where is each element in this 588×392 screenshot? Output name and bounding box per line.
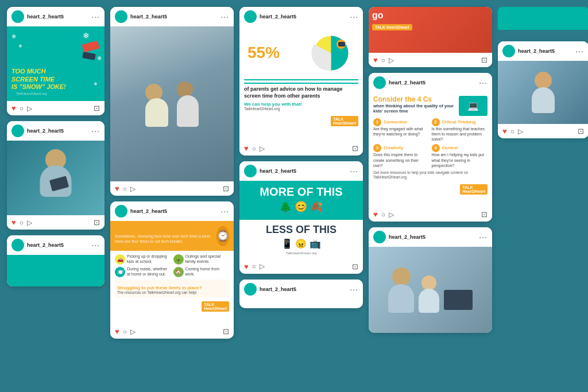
comment-icon-8[interactable]: ○ <box>381 211 385 219</box>
post-card-orange-top: go TALK Heart2Heart ♥ ○ ▷ ⊡ <box>369 7 492 67</box>
avatar-7 <box>244 165 257 177</box>
bookmark-icon-r1[interactable]: ⊡ <box>578 127 584 135</box>
comment-icon-r1[interactable]: ○ <box>510 127 514 135</box>
comment-icon-1[interactable]: ○ <box>20 104 24 112</box>
heart-icon-8[interactable]: ♥ <box>373 210 378 219</box>
post-footer-7: ♥ ○ ▷ ⊡ <box>239 259 363 274</box>
cs-item-3: 3 Creativity Does this inspire them to c… <box>373 144 430 168</box>
heart-icon-5[interactable]: ♥ <box>115 327 119 336</box>
bookmark-icon-6[interactable]: ⊡ <box>352 144 358 153</box>
talk-badge-stats: TALKHeart2Heart <box>331 116 358 126</box>
username-2: heart_2_heart5 <box>27 128 64 134</box>
cs-item-2: 2 Critical Thinking Is this something th… <box>432 118 488 142</box>
send-icon-2[interactable]: ▷ <box>27 219 32 227</box>
comment-icon-5[interactable]: ○ <box>123 328 127 336</box>
heart-icon-7[interactable]: ♥ <box>244 262 249 271</box>
comment-icon-7[interactable]: ○ <box>252 262 256 270</box>
laptop-icon: 💻 <box>459 96 488 116</box>
post-card-techbreak: heart_2_heart5 ··· Tech Break Time! Some… <box>110 201 234 339</box>
tb-icon-2: 🌳 <box>173 254 184 265</box>
bookmark-icon-5[interactable]: ⊡ <box>223 327 229 336</box>
post-footer-r1: ♥ ○ ▷ ⊡ <box>498 124 588 138</box>
dots-icon-6[interactable]: ··· <box>350 12 358 21</box>
username-7: heart_2_heart5 <box>260 168 296 174</box>
girl-photo <box>7 141 105 215</box>
avatar-1 <box>11 10 24 23</box>
username-3: heart_2_heart5 <box>27 242 64 248</box>
post-card-snow: heart_2_heart5 ··· ❄ ❄ ❄ ❄ ❄ TOO MUCH SC… <box>7 7 105 115</box>
stats-percent: 55% <box>247 45 280 61</box>
avatar-5 <box>115 205 127 218</box>
avatar-2 <box>11 125 24 137</box>
heart-icon-r1[interactable]: ♥ <box>502 127 507 135</box>
techbreak-grid: 🚗 Picking up or dropping kids at school.… <box>115 254 229 277</box>
send-icon-orange[interactable]: ▷ <box>389 56 394 64</box>
post-header-8: heart_2_heart5 ··· <box>369 73 492 92</box>
bookmark-icon-8[interactable]: ⊡ <box>481 210 488 219</box>
username-1: heart_2_heart5 <box>27 14 64 20</box>
heart-icon-orange[interactable]: ♥ <box>373 56 378 64</box>
username-8: heart_2_heart5 <box>389 80 425 86</box>
comment-icon-4[interactable]: ○ <box>123 185 127 193</box>
stats-desc: of parents get advice on how to manage s… <box>244 83 358 99</box>
comment-icon-2[interactable]: ○ <box>20 219 24 227</box>
username-9: heart_2_heart5 <box>389 234 425 240</box>
stats-chart-area: 55% <box>244 30 358 76</box>
dots-icon-4[interactable]: ··· <box>220 12 229 21</box>
cs-item-1: 1 Connection Are they engaged with what … <box>373 118 430 142</box>
post-card-girl: heart_2_heart5 ··· ♥ ○ ▷ ⊡ <box>7 121 105 230</box>
techbreak-title: Tech Break Time! <box>115 224 216 232</box>
dots-icon-5[interactable]: ··· <box>220 207 229 216</box>
tb-text-2: Outings and special family events. <box>185 254 230 264</box>
post-card-mom-kid: heart_2_heart5 ··· <box>369 227 492 333</box>
pie-chart-svg <box>310 32 353 75</box>
dots-icon-7[interactable]: ··· <box>350 166 358 176</box>
send-icon-5[interactable]: ▷ <box>130 328 136 336</box>
send-icon-4[interactable]: ▷ <box>130 185 136 193</box>
send-icon-1[interactable]: ▷ <box>27 104 32 112</box>
post-footer-8: ♥ ○ ▷ ⊡ <box>369 207 492 222</box>
dots-icon-3[interactable]: ··· <box>91 240 100 250</box>
send-icon-8[interactable]: ▷ <box>389 211 394 219</box>
orange-badge: TALK Heart2Heart <box>372 24 412 30</box>
less-section: LESS OF THIS 📱 😠 📺 TalkHeart2Heart.org <box>239 220 363 259</box>
send-icon-7[interactable]: ▷ <box>260 262 265 270</box>
username-small-3: heart_2_heart5 <box>260 286 296 292</box>
heart-icon-2[interactable]: ♥ <box>11 218 16 227</box>
bookmark-icon-4[interactable]: ⊡ <box>223 184 229 193</box>
send-icon-6[interactable]: ▷ <box>260 145 265 153</box>
avatar-3 <box>11 239 24 251</box>
teal-strip-top <box>498 7 588 30</box>
post-footer-4: ♥ ○ ▷ ⊡ <box>110 181 234 196</box>
snowflake-icon-tl2: ❄ <box>11 33 16 40</box>
dots-icon-r1[interactable]: ··· <box>575 46 584 56</box>
rect-red <box>82 41 100 53</box>
comment-icon-6[interactable]: ○ <box>252 145 256 153</box>
heart-icon-4[interactable]: ♥ <box>115 184 119 193</box>
bookmark-icon-7[interactable]: ⊡ <box>352 262 358 271</box>
bookmark-icon-2[interactable]: ⊡ <box>94 218 100 227</box>
bookmark-icon-orange[interactable]: ⊡ <box>481 56 488 64</box>
dots-icon-small-3[interactable]: ··· <box>350 285 358 294</box>
dots-icon-8[interactable]: ··· <box>479 78 488 87</box>
bookmark-icon-1[interactable]: ⊡ <box>94 104 100 112</box>
send-icon-r1[interactable]: ▷ <box>518 127 523 135</box>
kids-homework-photo <box>110 26 234 181</box>
dots-icon-9[interactable]: ··· <box>479 232 488 242</box>
dots-icon-1[interactable]: ··· <box>91 12 100 21</box>
watch-icon: ⌚ <box>216 226 229 246</box>
avatar-r1 <box>502 45 515 57</box>
orange-title: go <box>372 10 489 21</box>
avatar-4 <box>115 10 127 23</box>
heart-icon-6[interactable]: ♥ <box>244 144 249 153</box>
comment-icon-orange[interactable]: ○ <box>381 56 385 64</box>
snow-footer-url: TalkHeart2Heart.org <box>11 91 52 96</box>
dots-icon-2[interactable]: ··· <box>91 126 100 135</box>
mom-kid-photo <box>369 247 492 333</box>
post-header-5: heart_2_heart5 ··· <box>110 201 234 221</box>
tb-item-2: 🌳 Outings and special family events. <box>173 254 230 265</box>
heart-icon-1[interactable]: ♥ <box>11 104 16 112</box>
avatar-9 <box>373 231 386 243</box>
username-5: heart_2_heart5 <box>130 208 167 214</box>
tb-icon-4: 🏠 <box>173 267 184 277</box>
